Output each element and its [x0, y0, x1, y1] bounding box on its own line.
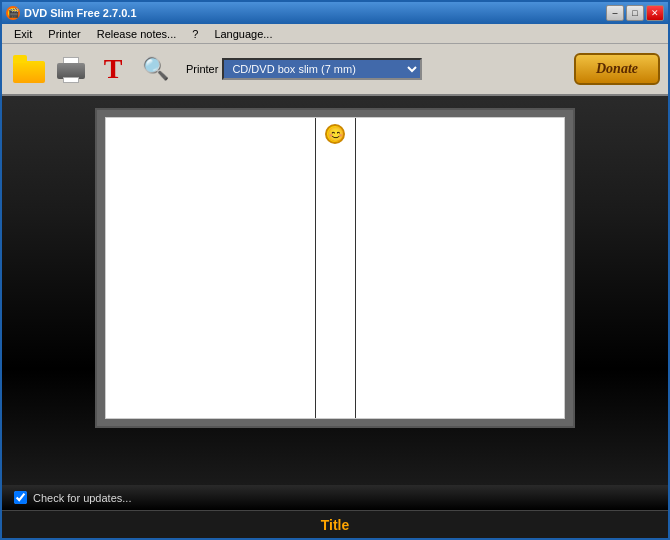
open-button[interactable]: [10, 50, 48, 88]
app-icon: 🎬: [6, 6, 20, 20]
menu-bar: Exit Printer Release notes... ? Language…: [2, 24, 668, 44]
search-button[interactable]: 🔍: [136, 50, 174, 88]
printer-select[interactable]: CD/DVD box slim (7 mm) CD/DVD box standa…: [222, 58, 422, 80]
search-icon: 🔍: [142, 56, 169, 82]
back-cover-panel: [106, 118, 316, 418]
spine-panel: 😊: [316, 118, 356, 418]
menu-printer[interactable]: Printer: [40, 24, 88, 43]
window-controls: – □ ✕: [606, 5, 664, 21]
menu-language[interactable]: Language...: [206, 24, 280, 43]
donate-button[interactable]: Donate: [574, 53, 660, 85]
t-icon: T: [104, 55, 123, 83]
text-button[interactable]: T: [94, 50, 132, 88]
menu-help[interactable]: ?: [184, 24, 206, 43]
check-updates-label[interactable]: Check for updates...: [33, 492, 131, 504]
canvas-area: 😊: [95, 108, 575, 428]
smiley-icon: 😊: [325, 124, 345, 144]
paper: 😊: [105, 117, 565, 419]
menu-exit[interactable]: Exit: [6, 24, 40, 43]
title-bar: 🎬 DVD Slim Free 2.7.0.1 – □ ✕: [2, 2, 668, 24]
printer-icon: [55, 55, 87, 83]
main-area: 😊: [2, 96, 668, 485]
maximize-button[interactable]: □: [626, 5, 644, 21]
bottom-area: Check for updates...: [2, 485, 668, 510]
front-cover-panel: [356, 118, 565, 418]
title-bar-left: 🎬 DVD Slim Free 2.7.0.1: [6, 6, 137, 20]
status-bar: Title: [2, 510, 668, 538]
status-title: Title: [321, 517, 350, 533]
close-button[interactable]: ✕: [646, 5, 664, 21]
toolbar: T 🔍 Printer CD/DVD box slim (7 mm) CD/DV…: [2, 44, 668, 96]
window-title: DVD Slim Free 2.7.0.1: [24, 7, 137, 19]
folder-icon: [13, 55, 45, 83]
menu-release-notes[interactable]: Release notes...: [89, 24, 185, 43]
app-window: 🎬 DVD Slim Free 2.7.0.1 – □ ✕ Exit Print…: [0, 0, 670, 540]
printer-label: Printer: [186, 63, 218, 75]
check-updates-checkbox[interactable]: [14, 491, 27, 504]
print-button[interactable]: [52, 50, 90, 88]
minimize-button[interactable]: –: [606, 5, 624, 21]
